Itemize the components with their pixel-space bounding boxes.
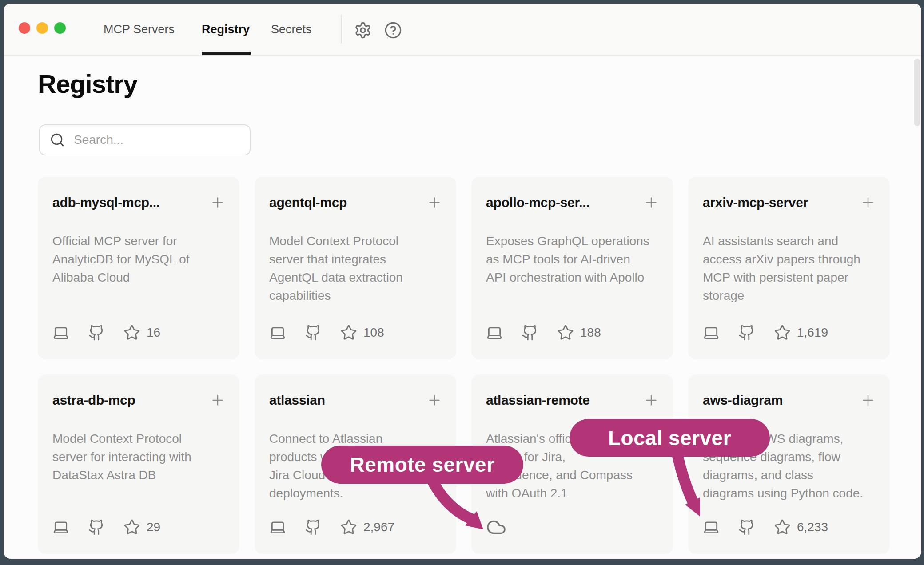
card-title: agentql-mcp — [269, 193, 347, 212]
card-footer: 16 — [52, 324, 226, 342]
registry-card: arxiv-mcp-server AI assistants search an… — [688, 177, 890, 359]
github-icon[interactable] — [88, 324, 105, 341]
add-server-button[interactable] — [210, 392, 226, 408]
add-server-button[interactable] — [860, 392, 876, 408]
star-count: 2,967 — [363, 520, 394, 534]
titlebar: MCP Servers Registry Secrets — [4, 4, 921, 56]
star-count: 16 — [147, 326, 160, 340]
card-description: Model Context Protocol server that integ… — [269, 232, 442, 305]
add-server-button[interactable] — [210, 195, 226, 211]
laptop-icon — [703, 519, 720, 536]
stars-group: 108 — [340, 324, 384, 341]
add-server-button[interactable] — [643, 392, 659, 408]
star-count: 6,233 — [797, 520, 828, 534]
github-icon[interactable] — [738, 519, 755, 536]
registry-card: aws-diagram Generate AWS diagrams, seque… — [688, 374, 890, 554]
card-header: atlassian-remote — [486, 390, 659, 410]
card-footer: 108 — [269, 324, 442, 342]
laptop-icon — [269, 519, 286, 536]
star-icon — [774, 324, 791, 341]
card-footer: 6,233 — [703, 518, 876, 536]
search-box — [39, 124, 251, 155]
registry-card: astra-db-mcp Model Context Protocol serv… — [38, 374, 239, 554]
star-icon — [123, 324, 140, 341]
card-footer: 2,967 — [269, 518, 442, 536]
registry-card: agentql-mcp Model Context Protocol serve… — [255, 177, 456, 359]
card-header: arxiv-mcp-server — [703, 193, 876, 212]
star-count: 188 — [580, 326, 601, 340]
laptop-icon — [269, 324, 286, 341]
card-title: atlassian — [269, 390, 325, 410]
card-header: adb-mysql-mcp... — [52, 193, 226, 212]
help-icon[interactable] — [384, 21, 402, 39]
card-title: adb-mysql-mcp... — [52, 193, 160, 212]
card-title: atlassian-remote — [486, 390, 590, 410]
add-server-button[interactable] — [426, 392, 442, 408]
laptop-icon — [52, 519, 69, 536]
active-tab-indicator — [202, 52, 251, 55]
zoom-window-button[interactable] — [54, 22, 66, 34]
star-count: 108 — [363, 326, 384, 340]
cloud-icon — [486, 517, 506, 537]
tab-mcp-servers[interactable]: MCP Servers — [104, 4, 175, 56]
card-description: AI assistants search and access arXiv pa… — [703, 232, 876, 305]
page-title: Registry — [38, 68, 137, 99]
card-description: Model Context Protocol server for intera… — [52, 430, 226, 484]
card-header: astra-db-mcp — [52, 390, 226, 410]
card-description: Official MCP server for AnalyticDB for M… — [52, 232, 226, 286]
stars-group: 2,967 — [340, 519, 394, 536]
add-server-button[interactable] — [426, 195, 442, 211]
laptop-icon — [486, 324, 503, 341]
card-footer: 29 — [52, 518, 226, 536]
stars-group: 188 — [557, 324, 601, 341]
card-title: apollo-mcp-ser... — [486, 193, 589, 212]
github-icon[interactable] — [88, 519, 105, 536]
stars-group: 6,233 — [774, 519, 828, 536]
card-header: agentql-mcp — [269, 193, 442, 212]
registry-card: apollo-mcp-ser... Exposes GraphQL operat… — [471, 177, 673, 359]
local-server-badge: Local server — [570, 419, 770, 457]
card-footer: 188 — [486, 324, 659, 342]
card-footer: 1,619 — [703, 324, 876, 342]
github-icon[interactable] — [522, 324, 538, 341]
card-title: arxiv-mcp-server — [703, 193, 808, 212]
card-footer — [486, 518, 659, 536]
github-icon[interactable] — [305, 519, 322, 536]
card-title: aws-diagram — [703, 390, 783, 410]
github-icon[interactable] — [305, 324, 322, 341]
star-icon — [774, 519, 791, 536]
star-count: 1,619 — [797, 326, 828, 340]
stars-group: 16 — [123, 324, 160, 341]
card-title: astra-db-mcp — [52, 390, 135, 410]
star-icon — [123, 519, 140, 536]
laptop-icon — [703, 324, 720, 341]
search-input[interactable] — [74, 133, 240, 147]
star-count: 29 — [147, 520, 160, 534]
registry-card: adb-mysql-mcp... Official MCP server for… — [38, 177, 239, 359]
stars-group: 1,619 — [774, 324, 828, 341]
app-window: MCP Servers Registry Secrets Registry — [4, 4, 921, 559]
registry-card-grid: adb-mysql-mcp... Official MCP server for… — [38, 177, 890, 554]
add-server-button[interactable] — [860, 195, 876, 211]
tab-secrets[interactable]: Secrets — [271, 4, 312, 56]
vertical-scrollbar-thumb[interactable] — [914, 59, 920, 126]
add-server-button[interactable] — [643, 195, 659, 211]
star-icon — [557, 324, 574, 341]
remote-server-badge: Remote server — [321, 446, 523, 484]
star-icon — [340, 324, 357, 341]
card-description: Exposes GraphQL operations as MCP tools … — [486, 232, 659, 286]
close-window-button[interactable] — [19, 22, 30, 34]
stars-group: 29 — [123, 519, 160, 536]
card-header: aws-diagram — [703, 390, 876, 410]
minimize-window-button[interactable] — [36, 22, 48, 34]
card-header: atlassian — [269, 390, 442, 410]
tab-registry[interactable]: Registry — [202, 4, 250, 56]
toolbar-divider — [341, 15, 342, 44]
settings-gear-icon[interactable] — [354, 21, 372, 39]
search-icon — [50, 132, 65, 147]
card-header: apollo-mcp-ser... — [486, 193, 659, 212]
star-icon — [340, 519, 357, 536]
laptop-icon — [52, 324, 69, 341]
github-icon[interactable] — [738, 324, 755, 341]
